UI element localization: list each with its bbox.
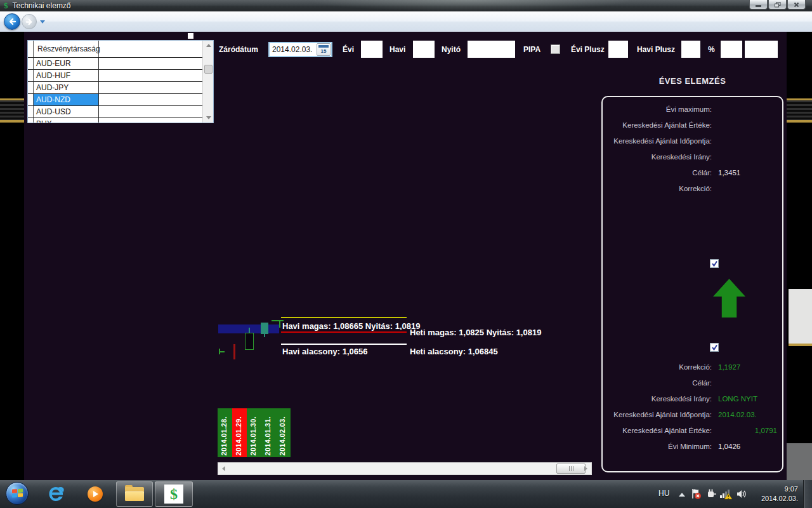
wallpaper-gray-corner (787, 443, 812, 480)
stock-list-header: Részvénytársaság (34, 41, 99, 57)
scroll-up-icon[interactable] (203, 41, 214, 50)
closing-date-input[interactable] (270, 45, 317, 54)
folder-icon (125, 487, 144, 501)
direction-checkbox-bottom[interactable] (710, 343, 719, 352)
closing-date-picker[interactable]: 15 (268, 42, 332, 57)
field-label: Célár: (603, 169, 712, 177)
show-hidden-icons[interactable] (679, 493, 685, 497)
power-plug-icon[interactable] (705, 488, 717, 502)
technikai-elemzo-button[interactable]: $ (155, 481, 193, 507)
candle-small-green-tick (219, 351, 225, 352)
close-button[interactable] (787, 0, 806, 10)
media-player-button[interactable] (85, 484, 105, 504)
monthly-plus-input[interactable] (681, 41, 700, 58)
nav-dropdown-icon[interactable] (40, 20, 45, 23)
closing-date-label: Záródátum (219, 45, 258, 54)
stock-list-scrollbar[interactable] (202, 41, 213, 123)
scroll-left-icon[interactable] (218, 463, 229, 474)
app-dollar-icon: $ (4, 1, 8, 11)
annual-panel-title: ÉVES ELEMZÉS (601, 76, 783, 86)
media-player-icon (88, 486, 103, 502)
scrollbar-thumb[interactable] (204, 65, 213, 74)
checkmark-icon (711, 344, 718, 351)
percent-input[interactable] (721, 41, 742, 58)
network-signal-icon[interactable] (719, 488, 733, 502)
stock-row[interactable]: AUD-JPY (28, 82, 213, 94)
clock-date: 2014.02.03. (749, 494, 798, 504)
nav-toolbar (0, 11, 812, 32)
stock-row[interactable]: AUD-HUF (28, 70, 213, 82)
yearly-plus-input[interactable] (608, 41, 628, 58)
stock-list-header-empty (99, 41, 213, 57)
field-value: LONG NYIT (718, 395, 757, 403)
yearly-plus-label: Évi Plusz (571, 45, 605, 54)
action-center-flag-icon[interactable] (690, 488, 702, 502)
stock-row[interactable]: AUD-USD (28, 106, 213, 118)
date-cell: 2014.01.28. (218, 408, 232, 457)
open-input[interactable] (468, 41, 515, 58)
scroll-down-icon[interactable] (203, 113, 214, 123)
clock-time: 9:07 (749, 485, 798, 494)
wallpaper-gold-band (0, 98, 24, 123)
internet-explorer-button[interactable] (46, 484, 66, 504)
stock-name[interactable]: AUD-USD (34, 106, 99, 117)
monthly-input[interactable] (413, 41, 435, 58)
monthly-low-label: Havi alacsony: 1,0656 (282, 347, 367, 356)
open-label: Nyitó (442, 45, 461, 54)
language-indicator[interactable]: HU (658, 489, 669, 498)
restore-button[interactable] (768, 0, 787, 10)
monthly-high-line (281, 317, 407, 318)
window-title: Technikai elemző (13, 1, 71, 10)
stock-name[interactable]: AUD-JPY (34, 82, 99, 93)
candle-teal (261, 323, 268, 334)
candle-green-outline (245, 333, 254, 350)
percent-label: % (708, 45, 715, 54)
chart-scrollbar[interactable] (218, 462, 592, 475)
row-header-gutter (28, 41, 34, 57)
forward-arrow-icon (25, 17, 34, 27)
wallpaper-gray-patch (789, 289, 812, 346)
start-button[interactable] (6, 482, 29, 505)
minimize-icon (756, 5, 761, 7)
forward-button[interactable] (22, 14, 37, 29)
stock-list-header-row: Részvénytársaság (28, 41, 213, 58)
trend-up-arrow (713, 279, 745, 318)
toolbar-grip (188, 33, 193, 39)
date-cell: 2014.01.31. (261, 408, 276, 457)
stock-name[interactable]: AUD-HUF (34, 70, 99, 81)
annual-bottom-fields: Korrekció:1,1927 Célár: Kereskedési Irán… (603, 359, 782, 454)
scroll-right-icon[interactable] (580, 463, 591, 474)
field-label: Kereskedési Ajánlat Időpontja: (603, 411, 712, 418)
candle-red (233, 344, 235, 359)
screen: $ Technikai elemző (0, 0, 812, 508)
stock-row[interactable]: AUD-EUR (28, 58, 213, 70)
pipa-checkbox[interactable] (551, 44, 560, 54)
yearly-label: Évi (343, 45, 354, 54)
date-cell: 2014.01.29. (232, 408, 247, 457)
stock-name[interactable]: BUX (34, 118, 99, 123)
stock-row[interactable]: BUX (28, 118, 213, 123)
field-value: 1,3451 (718, 169, 740, 177)
back-button[interactable] (4, 13, 20, 30)
monthly-open-line (281, 331, 407, 333)
direction-checkbox-top[interactable] (710, 259, 719, 268)
explorer-button[interactable] (116, 481, 153, 507)
calendar-icon[interactable]: 15 (317, 43, 331, 56)
yearly-input[interactable] (361, 41, 383, 58)
extra-input[interactable] (745, 41, 778, 58)
minimize-button[interactable] (749, 0, 768, 10)
annual-analysis-panel: Évi maximum: Kereskedési Ajánlat Értéke:… (601, 96, 783, 472)
show-desktop-button[interactable] (803, 480, 812, 508)
field-value: 1,0791 (755, 427, 777, 434)
field-value: 1,1927 (718, 363, 740, 371)
clock[interactable]: 9:07 2014.02.03. (749, 485, 798, 504)
date-cell: 2014.02.03. (276, 408, 291, 457)
stock-row-selected[interactable]: AUD-NZD (28, 94, 213, 106)
volume-icon[interactable] (736, 488, 747, 502)
field-label: Kereskedési Ajánlat Időpontja: (603, 137, 712, 145)
field-label: Célár: (603, 379, 712, 387)
desktop-edge-right (787, 32, 812, 480)
stock-name[interactable]: AUD-EUR (34, 58, 99, 69)
window-titlebar: $ Technikai elemző (0, 0, 812, 11)
stock-name[interactable]: AUD-NZD (34, 94, 99, 105)
